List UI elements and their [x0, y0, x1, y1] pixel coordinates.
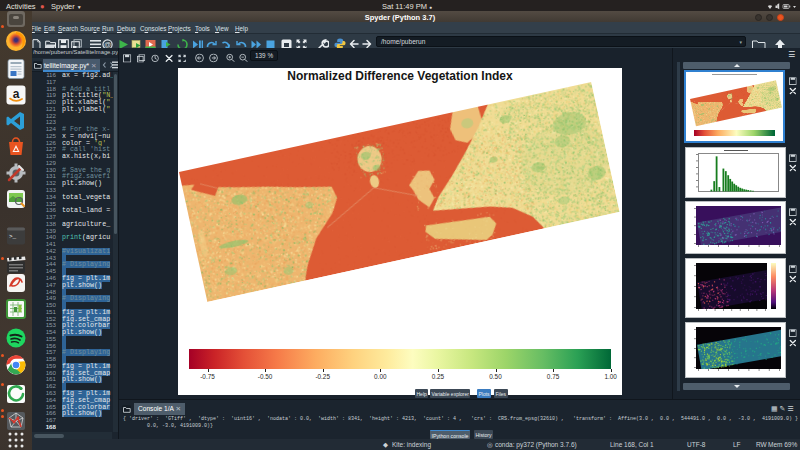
svg-text:@: @ — [104, 41, 111, 48]
svg-text:a: a — [13, 87, 20, 101]
svg-text:>_: >_ — [9, 233, 17, 240]
